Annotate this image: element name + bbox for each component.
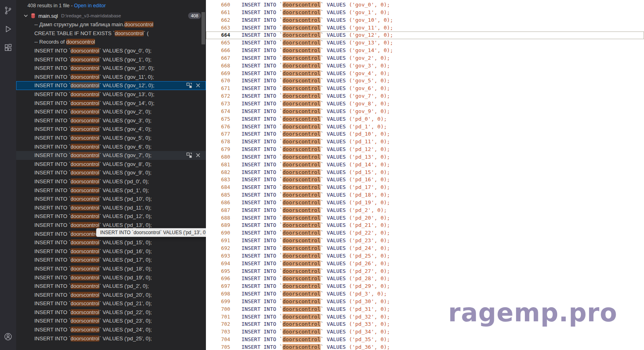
line-number[interactable]: 688 xyxy=(206,214,230,222)
line-number[interactable]: 690 xyxy=(206,229,230,237)
code-line[interactable]: 669INSERT INTO `doorscontrol` VALUES ('g… xyxy=(206,70,644,78)
source-control-icon[interactable] xyxy=(0,1,16,20)
code-line[interactable]: 683INSERT INTO `doorscontrol` VALUES ('p… xyxy=(206,176,644,184)
line-number[interactable]: 671 xyxy=(206,85,230,92)
line-number[interactable]: 689 xyxy=(206,222,230,229)
line-number[interactable]: 697 xyxy=(206,283,230,290)
line-number[interactable]: 686 xyxy=(206,199,230,207)
search-result-row[interactable]: INSERT INTO `doorscontrol` VALUES ('pd_1… xyxy=(16,238,206,247)
dismiss-icon[interactable] xyxy=(195,152,201,158)
line-number[interactable]: 676 xyxy=(206,123,230,131)
code-line[interactable]: 693INSERT INTO `doorscontrol` VALUES ('p… xyxy=(206,252,644,260)
search-result-row[interactable]: -- Records of doorscontrol xyxy=(16,38,206,46)
search-result-row[interactable]: INSERT INTO `doorscontrol` VALUES ('gov_… xyxy=(16,160,206,169)
line-number[interactable]: 692 xyxy=(206,245,230,252)
search-result-row[interactable]: INSERT INTO `doorscontrol` VALUES ('gov_… xyxy=(16,64,206,73)
search-result-row[interactable]: INSERT INTO `doorscontrol` VALUES ('pd_1… xyxy=(16,247,206,256)
line-number[interactable]: 664 xyxy=(206,31,230,39)
code-line[interactable]: 667INSERT INTO `doorscontrol` VALUES ('g… xyxy=(206,54,644,62)
line-number[interactable]: 660 xyxy=(206,1,230,9)
code-line[interactable]: 695INSERT INTO `doorscontrol` VALUES ('p… xyxy=(206,268,644,275)
code-line[interactable]: 664INSERT INTO `doorscontrol` VALUES ('g… xyxy=(206,31,644,39)
line-number[interactable]: 668 xyxy=(206,62,230,70)
search-result-row[interactable]: INSERT INTO `doorscontrol` VALUES ('gov_… xyxy=(16,151,206,160)
search-result-row[interactable]: INSERT INTO `doorscontrol` VALUES ('pd_2… xyxy=(16,282,206,291)
code-line[interactable]: 681INSERT INTO `doorscontrol` VALUES ('p… xyxy=(206,161,644,169)
search-result-row[interactable]: INSERT INTO `doorscontrol` VALUES ('pd_1… xyxy=(16,212,206,221)
code-line[interactable]: 678INSERT INTO `doorscontrol` VALUES ('p… xyxy=(206,138,644,146)
code-line[interactable]: 674INSERT INTO `doorscontrol` VALUES ('g… xyxy=(206,108,644,115)
line-number[interactable]: 680 xyxy=(206,153,230,161)
extensions-icon[interactable] xyxy=(0,38,16,57)
line-number[interactable]: 665 xyxy=(206,39,230,47)
line-number[interactable]: 699 xyxy=(206,298,230,306)
dismiss-icon[interactable] xyxy=(195,82,201,88)
line-number[interactable]: 673 xyxy=(206,100,230,108)
code-line[interactable]: 704INSERT INTO `doorscontrol` VALUES ('p… xyxy=(206,336,644,344)
run-debug-icon[interactable] xyxy=(0,20,16,38)
search-result-row[interactable]: INSERT INTO `doorscontrol` VALUES ('pd_2… xyxy=(16,308,206,317)
search-result-row[interactable]: INSERT INTO `doorscontrol` VALUES ('gov_… xyxy=(16,99,206,107)
search-result-row[interactable]: INSERT INTO `doorscontrol` VALUES ('gov_… xyxy=(16,134,206,143)
replace-icon[interactable] xyxy=(186,82,192,88)
code-line[interactable]: 688INSERT INTO `doorscontrol` VALUES ('p… xyxy=(206,214,644,222)
line-number[interactable]: 696 xyxy=(206,275,230,283)
line-number[interactable]: 663 xyxy=(206,24,230,32)
code-line[interactable]: 694INSERT INTO `doorscontrol` VALUES ('p… xyxy=(206,260,644,268)
code-line[interactable]: 662INSERT INTO `doorscontrol` VALUES ('g… xyxy=(206,17,644,24)
line-number[interactable]: 687 xyxy=(206,207,230,214)
code-line[interactable]: 668INSERT INTO `doorscontrol` VALUES ('g… xyxy=(206,62,644,70)
search-result-row[interactable]: INSERT INTO `doorscontrol` VALUES ('pd_2… xyxy=(16,334,206,343)
search-result-row[interactable]: INSERT INTO `doorscontrol` VALUES ('pd_1… xyxy=(16,186,206,195)
line-number[interactable]: 703 xyxy=(206,328,230,336)
line-number[interactable]: 691 xyxy=(206,237,230,245)
line-number[interactable]: 698 xyxy=(206,290,230,298)
line-number[interactable]: 682 xyxy=(206,169,230,176)
search-result-row[interactable]: INSERT INTO `doorscontrol` VALUES ('pd_1… xyxy=(16,256,206,264)
code-line[interactable]: 698INSERT INTO `doorscontrol` VALUES ('p… xyxy=(206,290,644,298)
search-result-row[interactable]: INSERT INTO `doorscontrol` VALUES ('pd_2… xyxy=(16,316,206,325)
line-number[interactable]: 695 xyxy=(206,268,230,275)
code-line[interactable]: 672INSERT INTO `doorscontrol` VALUES ('g… xyxy=(206,92,644,100)
code-line[interactable]: 697INSERT INTO `doorscontrol` VALUES ('p… xyxy=(206,283,644,290)
line-number[interactable]: 670 xyxy=(206,77,230,85)
code-line[interactable]: 677INSERT INTO `doorscontrol` VALUES ('p… xyxy=(206,130,644,138)
search-result-row[interactable]: INSERT INTO `doorscontrol` VALUES ('gov_… xyxy=(16,81,206,90)
search-result-row[interactable]: CREATE TABLE IF NOT EXISTS `doorscontrol… xyxy=(16,29,206,38)
search-result-row[interactable]: INSERT INTO `doorscontrol` VALUES ('gov_… xyxy=(16,168,206,177)
search-result-row[interactable]: INSERT INTO `doorscontrol` VALUES ('pd_1… xyxy=(16,273,206,282)
code-line[interactable]: 703INSERT INTO `doorscontrol` VALUES ('p… xyxy=(206,328,644,336)
code-line[interactable]: 705INSERT INTO `doorscontrol` VALUES ('p… xyxy=(206,344,644,350)
search-result-row[interactable]: INSERT INTO `doorscontrol` VALUES ('pd_1… xyxy=(16,264,206,273)
code-line[interactable]: 670INSERT INTO `doorscontrol` VALUES ('g… xyxy=(206,77,644,85)
search-result-row[interactable]: INSERT INTO `doorscontrol` VALUES ('gov_… xyxy=(16,46,206,55)
code-line[interactable]: 682INSERT INTO `doorscontrol` VALUES ('p… xyxy=(206,169,644,176)
code-line[interactable]: 687INSERT INTO `doorscontrol` VALUES ('p… xyxy=(206,207,644,214)
code-line[interactable]: 673INSERT INTO `doorscontrol` VALUES ('g… xyxy=(206,100,644,108)
code-line[interactable]: 685INSERT INTO `doorscontrol` VALUES ('p… xyxy=(206,191,644,199)
line-number[interactable]: 683 xyxy=(206,176,230,184)
line-number[interactable]: 661 xyxy=(206,9,230,17)
line-number[interactable]: 694 xyxy=(206,260,230,268)
code-line[interactable]: 671INSERT INTO `doorscontrol` VALUES ('g… xyxy=(206,85,644,92)
line-number[interactable]: 702 xyxy=(206,321,230,328)
code-line[interactable]: 690INSERT INTO `doorscontrol` VALUES ('p… xyxy=(206,229,644,237)
line-number[interactable]: 684 xyxy=(206,184,230,191)
search-result-row[interactable]: INSERT INTO `doorscontrol` VALUES ('gov_… xyxy=(16,116,206,125)
search-result-row[interactable]: INSERT INTO `doorscontrol` VALUES ('pd_0… xyxy=(16,177,206,186)
line-number[interactable]: 667 xyxy=(206,54,230,62)
line-number[interactable]: 666 xyxy=(206,47,230,54)
line-number[interactable]: 705 xyxy=(206,344,230,350)
search-result-row[interactable]: INSERT INTO `doorscontrol` VALUES ('gov_… xyxy=(16,125,206,134)
line-number[interactable]: 675 xyxy=(206,115,230,123)
code-line[interactable]: 684INSERT INTO `doorscontrol` VALUES ('p… xyxy=(206,184,644,191)
code-line[interactable]: 696INSERT INTO `doorscontrol` VALUES ('p… xyxy=(206,275,644,283)
account-icon[interactable] xyxy=(0,327,16,346)
search-result-row[interactable]: INSERT INTO `doorscontrol` VALUES ('pd_1… xyxy=(16,195,206,203)
line-number[interactable]: 672 xyxy=(206,92,230,100)
line-number[interactable]: 674 xyxy=(206,108,230,115)
search-result-row[interactable]: INSERT INTO `doorscontrol` VALUES ('pd_2… xyxy=(16,325,206,334)
code-line[interactable]: 663INSERT INTO `doorscontrol` VALUES ('g… xyxy=(206,24,644,32)
code-line[interactable]: 675INSERT INTO `doorscontrol` VALUES ('p… xyxy=(206,115,644,123)
line-number[interactable]: 700 xyxy=(206,306,230,313)
